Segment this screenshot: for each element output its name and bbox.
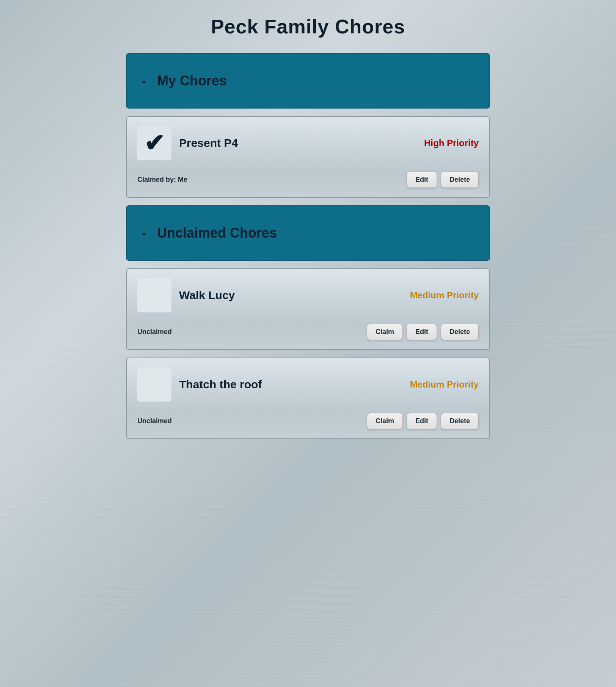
chore-card-thatch-roof: Thatch the roofMedium PriorityUnclaimedC… xyxy=(126,358,490,439)
chore-name-walk-lucy: Walk Lucy xyxy=(179,289,235,302)
chore-card-top-present-p4: ✔Present P4High Priority xyxy=(137,126,479,160)
chore-card-bottom-thatch-roof: UnclaimedClaimEditDelete xyxy=(137,413,479,429)
collapse-button-unclaimed-chores[interactable]: - xyxy=(142,226,149,240)
claimed-label-thatch-roof: Unclaimed xyxy=(137,417,172,425)
chore-card-left-thatch-roof: Thatch the roof xyxy=(137,367,262,402)
claim-button-thatch-roof[interactable]: Claim xyxy=(367,413,403,429)
edit-button-present-p4[interactable]: Edit xyxy=(407,172,437,188)
priority-label-thatch-roof: Medium Priority xyxy=(410,379,479,390)
edit-button-walk-lucy[interactable]: Edit xyxy=(407,324,437,340)
chore-card-top-thatch-roof: Thatch the roofMedium Priority xyxy=(137,367,479,402)
section-header-my-chores[interactable]: -My Chores xyxy=(126,53,490,109)
section-header-unclaimed-chores[interactable]: -Unclaimed Chores xyxy=(126,205,490,261)
chore-thumbnail-walk-lucy xyxy=(137,278,171,312)
chore-card-present-p4: ✔Present P4High PriorityClaimed by: MeEd… xyxy=(126,116,490,198)
delete-button-walk-lucy[interactable]: Delete xyxy=(441,324,479,340)
priority-label-walk-lucy: Medium Priority xyxy=(410,290,479,301)
chore-card-walk-lucy: Walk LucyMedium PriorityUnclaimedClaimEd… xyxy=(126,268,490,350)
chore-name-thatch-roof: Thatch the roof xyxy=(179,378,262,391)
edit-button-thatch-roof[interactable]: Edit xyxy=(407,413,437,429)
chore-thumbnail-thatch-roof xyxy=(137,367,171,402)
claimed-label-walk-lucy: Unclaimed xyxy=(137,328,172,336)
collapse-button-my-chores[interactable]: - xyxy=(142,74,149,88)
chore-card-left-present-p4: ✔Present P4 xyxy=(137,126,238,160)
chore-name-present-p4: Present P4 xyxy=(179,137,238,150)
button-group-thatch-roof: ClaimEditDelete xyxy=(367,413,479,429)
chore-card-bottom-present-p4: Claimed by: MeEditDelete xyxy=(137,172,479,188)
delete-button-present-p4[interactable]: Delete xyxy=(441,172,479,188)
chore-thumbnail-present-p4: ✔ xyxy=(137,126,171,160)
delete-button-thatch-roof[interactable]: Delete xyxy=(441,413,479,429)
section-title-unclaimed-chores: Unclaimed Chores xyxy=(157,225,277,241)
page-wrapper: Peck Family Chores -My Chores✔Present P4… xyxy=(118,8,498,454)
claimed-label-present-p4: Claimed by: Me xyxy=(137,176,187,184)
button-group-walk-lucy: ClaimEditDelete xyxy=(367,324,479,340)
page-title: Peck Family Chores xyxy=(126,15,490,38)
sections-container: -My Chores✔Present P4High PriorityClaime… xyxy=(126,53,490,439)
section-title-my-chores: My Chores xyxy=(157,73,227,89)
button-group-present-p4: EditDelete xyxy=(407,172,479,188)
priority-label-present-p4: High Priority xyxy=(424,138,479,148)
claim-button-walk-lucy[interactable]: Claim xyxy=(367,324,403,340)
checkmark-icon: ✔ xyxy=(144,131,165,155)
chore-card-bottom-walk-lucy: UnclaimedClaimEditDelete xyxy=(137,324,479,340)
chore-card-top-walk-lucy: Walk LucyMedium Priority xyxy=(137,278,479,312)
chore-card-left-walk-lucy: Walk Lucy xyxy=(137,278,235,312)
